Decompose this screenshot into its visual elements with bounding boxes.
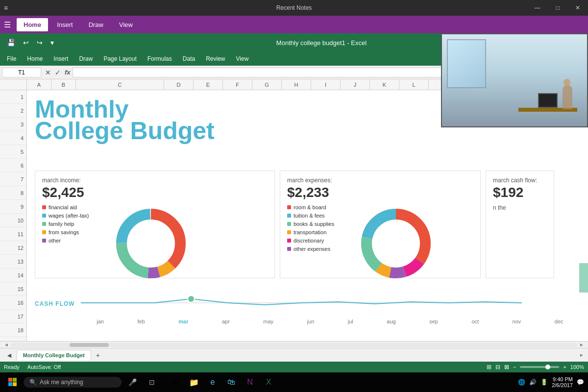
- cortana-button[interactable]: 🎤: [123, 373, 141, 391]
- col-a[interactable]: A: [27, 79, 51, 90]
- row-numbers: 1 2 3 4 5 6 7 8 9 10 11 12 13 14 15 16 1…: [0, 79, 27, 341]
- mail-icon: ✉: [172, 378, 179, 387]
- horizontal-scrollbar[interactable]: ◄ ►: [0, 341, 588, 348]
- row-1: 1: [0, 90, 26, 104]
- taskbar-battery-icon: 🔋: [540, 379, 548, 386]
- pip-overlay: [441, 33, 588, 127]
- page-break-view-button[interactable]: ⊠: [504, 364, 509, 370]
- income-chart-amount: $2,425: [42, 185, 268, 200]
- expenses-chart-body: room & board tuition & fees books & supp…: [287, 204, 473, 283]
- menu-page-layout[interactable]: Page Layout: [98, 53, 141, 64]
- store-icon: 🛍: [227, 378, 235, 387]
- svg-point-12: [377, 225, 415, 262]
- col-b[interactable]: B: [51, 79, 76, 90]
- income-chart-body: financial aid wages (after-tax) family h…: [42, 204, 268, 283]
- col-e[interactable]: E: [194, 79, 223, 90]
- app-ribbon: ☰ Home Insert Draw View: [0, 16, 588, 33]
- start-button[interactable]: [4, 373, 22, 391]
- windows-logo-icon: [8, 378, 17, 387]
- zoom-slider[interactable]: [520, 366, 559, 368]
- row-13: 13: [0, 255, 26, 269]
- notification-button[interactable]: 💬: [577, 379, 584, 386]
- col-f[interactable]: F: [223, 79, 252, 90]
- tab-home[interactable]: Home: [17, 18, 48, 31]
- menu-formulas[interactable]: Formulas: [143, 53, 177, 64]
- onenote-icon: N: [247, 378, 253, 387]
- cashflow-amount: $192: [493, 185, 547, 200]
- col-g[interactable]: G: [252, 79, 282, 90]
- status-bar: Ready AutoSave: Off ⊞ ⊟ ⊠ − + 100%: [0, 362, 588, 372]
- cancel-formula-icon[interactable]: ✕: [45, 69, 51, 76]
- confirm-formula-icon[interactable]: ✓: [55, 69, 61, 76]
- menu-draw[interactable]: Draw: [74, 53, 98, 64]
- menu-review[interactable]: Review: [201, 53, 230, 64]
- scroll-left-tabs[interactable]: ◄: [4, 351, 15, 359]
- taskbar-edge-app[interactable]: e: [204, 373, 221, 391]
- normal-view-button[interactable]: ⊞: [487, 364, 491, 370]
- title-bar-controls[interactable]: — □ ✕: [531, 3, 584, 12]
- svg-point-5: [132, 225, 170, 262]
- svg-point-14: [188, 295, 195, 302]
- taskbar-date-display: 2/6/2017: [552, 382, 573, 388]
- taskbar-files-app[interactable]: 📁: [185, 373, 203, 391]
- menu-file[interactable]: File: [2, 53, 21, 64]
- menu-data[interactable]: Data: [178, 53, 200, 64]
- cell-reference-input[interactable]: [2, 68, 41, 77]
- legend-transportation: transportation: [287, 229, 351, 235]
- row-7: 7: [0, 172, 26, 186]
- taskbar-search-icon: 🔍: [29, 379, 37, 386]
- task-view-button[interactable]: ⊡: [143, 373, 161, 391]
- hamburger-icon[interactable]: ☰: [4, 20, 11, 29]
- redo-button[interactable]: ↪: [34, 38, 46, 48]
- taskbar-excel-app[interactable]: X: [260, 373, 277, 391]
- row-14: 14: [0, 269, 26, 282]
- taskbar-datetime[interactable]: 9:40 PM 2/6/2017: [552, 376, 573, 388]
- minimize-button[interactable]: —: [531, 3, 544, 12]
- tab-view[interactable]: View: [112, 18, 140, 31]
- legend-dot-tuition-fees: [287, 214, 291, 218]
- taskbar-store-app[interactable]: 🛍: [222, 373, 240, 391]
- col-k[interactable]: K: [370, 79, 399, 90]
- row-16: 16: [0, 296, 26, 310]
- tab-insert[interactable]: Insert: [50, 18, 80, 31]
- col-h[interactable]: H: [282, 79, 311, 90]
- taskbar-mail-app[interactable]: ✉: [167, 373, 184, 391]
- cashflow-line-chart-container: [81, 292, 580, 316]
- month-may: may: [263, 318, 273, 324]
- save-button[interactable]: 💾: [4, 38, 18, 48]
- undo-button[interactable]: ↩: [20, 38, 32, 48]
- menu-view[interactable]: View: [231, 53, 254, 64]
- tab-draw[interactable]: Draw: [82, 18, 110, 31]
- expenses-legend: room & board tuition & fees books & supp…: [287, 204, 351, 252]
- add-sheet-button[interactable]: +: [93, 350, 103, 360]
- budget-title-line2: College Budget: [35, 119, 215, 143]
- expenses-chart-label: march expenses:: [287, 177, 473, 184]
- col-j[interactable]: J: [341, 79, 370, 90]
- status-ready: Ready: [4, 364, 20, 370]
- legend-other-expenses: other expenses: [287, 246, 351, 252]
- menu-home[interactable]: Home: [22, 53, 48, 64]
- close-button[interactable]: ✕: [571, 3, 584, 12]
- menu-insert[interactable]: Insert: [49, 53, 73, 64]
- zoom-in-button[interactable]: +: [563, 364, 566, 370]
- maximize-button[interactable]: □: [552, 3, 564, 12]
- sheet-tab-monthly-budget[interactable]: Monthly College Budget: [17, 350, 91, 360]
- scrollbar-thumb[interactable]: [70, 343, 109, 347]
- col-l[interactable]: L: [399, 79, 429, 90]
- taskbar-onenote-app[interactable]: N: [241, 373, 259, 391]
- scroll-right-tabs[interactable]: ►: [579, 352, 584, 358]
- more-tools-button[interactable]: ▾: [48, 38, 57, 48]
- month-sep: sep: [429, 318, 438, 324]
- col-d[interactable]: D: [164, 79, 194, 90]
- month-mar: mar: [178, 318, 188, 324]
- zoom-out-button[interactable]: −: [513, 364, 516, 370]
- legend-dot-other-expenses: [287, 247, 291, 251]
- month-oct: oct: [471, 318, 479, 324]
- page-layout-view-button[interactable]: ⊟: [495, 364, 500, 370]
- taskbar-search[interactable]: 🔍 Ask me anything: [24, 377, 122, 388]
- col-i[interactable]: I: [311, 79, 341, 90]
- excel-icon: X: [266, 378, 271, 387]
- col-c[interactable]: C: [76, 79, 164, 90]
- taskbar: 🔍 Ask me anything 🎤 ⊡ ✉ 📁 e 🛍 N X 🌐 🔊: [0, 372, 588, 392]
- svg-rect-16: [13, 378, 17, 382]
